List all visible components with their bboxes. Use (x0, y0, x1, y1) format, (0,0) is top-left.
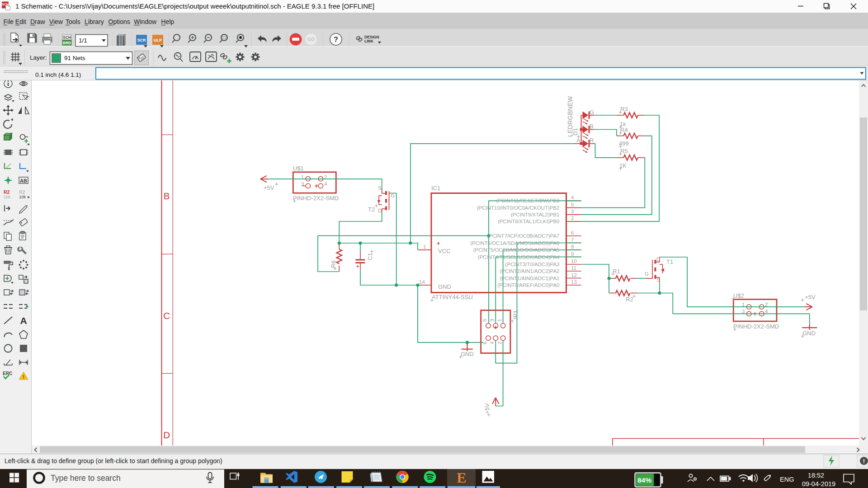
svg-text:(PCINT10/INT0/OC0A/CKOUT)PB2: (PCINT10/INT0/OC0A/CKOUT)PB2 (477, 205, 560, 211)
svg-text:3: 3 (571, 209, 574, 214)
svg-text:R6: R6 (330, 260, 337, 268)
svg-text:SCH: SCH (63, 35, 71, 40)
svg-text:Tools: Tools (66, 18, 80, 25)
svg-text:3: 3 (301, 181, 304, 187)
svg-text:IC1: IC1 (431, 185, 440, 192)
svg-text:+: + (437, 240, 440, 247)
svg-text:(PCINT4/T1/SCL/USCK/ADC4)PA4: (PCINT4/T1/SCL/USCK/ADC4)PA4 (478, 254, 560, 260)
svg-text:1: 1 (497, 319, 502, 322)
svg-text:4: 4 (571, 195, 574, 200)
svg-text:G: G (590, 109, 594, 116)
svg-text:ATTINY44-SSU: ATTINY44-SSU (432, 294, 473, 300)
svg-text:R3: R3 (620, 106, 628, 113)
svg-text:6: 6 (482, 342, 487, 344)
svg-text:R: R (590, 137, 594, 144)
svg-text:3: 3 (742, 309, 745, 314)
svg-text:D: D (163, 430, 170, 440)
svg-text:(PCINT3/T0/ADC3)PA3: (PCINT3/T0/ADC3)PA3 (505, 262, 560, 267)
svg-text:S: S (378, 185, 382, 191)
svg-text:(PCINT8/XTAL1/CLKI)PB0: (PCINT8/XTAL1/CLKI)PB0 (498, 219, 560, 224)
svg-text:+5V: +5V (484, 403, 491, 414)
svg-text:G: G (645, 271, 649, 277)
svg-text:13: 13 (571, 279, 577, 285)
svg-text:4: 4 (765, 309, 768, 314)
svg-text:11: 11 (571, 265, 576, 271)
svg-text:14: 14 (419, 279, 425, 285)
svg-text:+5V: +5V (805, 294, 816, 300)
svg-text:1/1: 1/1 (79, 37, 87, 44)
svg-text:ULP: ULP (154, 38, 162, 42)
svg-text:ENG: ENG (780, 476, 794, 483)
svg-text:R5: R5 (620, 148, 628, 155)
svg-text:18:52: 18:52 (808, 472, 824, 479)
svg-text:1 Schematic - C:\Users\Vijay\D: 1 Schematic - C:\Users\Vijay\Documents\E… (15, 2, 374, 10)
svg-text:(PCINT7/ICP/OC0B/ADC7)PA7: (PCINT7/ICP/OC0B/ADC7)PA7 (487, 233, 559, 239)
svg-text:Window: Window (134, 18, 157, 25)
svg-text:R1: R1 (613, 268, 620, 275)
svg-text:GO: GO (307, 37, 315, 42)
svg-text:Options: Options (108, 18, 130, 25)
svg-text:5: 5 (571, 202, 574, 207)
svg-text:C1: C1 (367, 253, 373, 260)
svg-text:D1: D1 (572, 128, 579, 136)
svg-text:1: 1 (742, 302, 745, 307)
svg-text:91 Nets: 91 Nets (64, 55, 85, 61)
svg-text:2: 2 (765, 302, 768, 307)
svg-text:(PCINT0/AREF/ADC0)PA0: (PCINT0/AREF/ADC0)PA0 (497, 282, 559, 288)
svg-text:3: 3 (489, 319, 495, 322)
svg-text:(PCINT9/XTAL2)PB1: (PCINT9/XTAL2)PB1 (511, 212, 560, 217)
svg-text:R4: R4 (620, 127, 628, 133)
svg-text:12: 12 (571, 272, 577, 278)
svg-text:LINK: LINK (364, 39, 374, 43)
svg-text:T1: T1 (666, 258, 673, 265)
svg-text:7: 7 (571, 237, 574, 243)
svg-text:!: ! (863, 458, 865, 465)
svg-text:JP1: JP1 (512, 310, 519, 320)
svg-text:B: B (590, 123, 594, 130)
svg-text:4: 4 (324, 181, 327, 187)
svg-text:A: A (20, 315, 27, 326)
svg-text:BRD: BRD (63, 41, 71, 45)
svg-text:1: 1 (301, 174, 304, 180)
svg-text:(PCINT2/AIN1/ADC2)PA2: (PCINT2/AIN1/ADC2)PA2 (500, 268, 559, 274)
svg-text:2: 2 (571, 216, 574, 221)
svg-text:+: + (356, 263, 359, 269)
svg-text:0.1 inch (4.6 1.1): 0.1 inch (4.6 1.1) (35, 71, 81, 78)
svg-text:U$1: U$1 (293, 165, 304, 172)
svg-text:(PCINT11/RESET/DW)PB3: (PCINT11/RESET/DW)PB3 (496, 198, 560, 203)
svg-text:2: 2 (324, 174, 327, 180)
svg-text:84%: 84% (637, 476, 651, 484)
svg-text:SCR: SCR (137, 38, 146, 42)
svg-text:6: 6 (571, 230, 574, 235)
svg-text:9: 9 (571, 251, 574, 257)
svg-text:T2: T2 (368, 206, 375, 213)
svg-text:Layer:: Layer: (30, 54, 47, 61)
svg-text:U$2: U$2 (733, 292, 744, 299)
svg-text:G: G (391, 193, 395, 198)
svg-text:View: View (49, 18, 63, 25)
svg-text:(PCINT5/OC1B/MISO/DO/ADC5)PA5: (PCINT5/OC1B/MISO/DO/ADC5)PA5 (473, 247, 560, 253)
svg-text:ERC: ERC (3, 371, 12, 376)
svg-text:Left-click & drag to define gr: Left-click & drag to define group (or le… (5, 457, 222, 465)
svg-text:10: 10 (571, 258, 577, 264)
svg-text:Edit: Edit (15, 18, 26, 25)
svg-text:1: 1 (423, 244, 426, 249)
svg-text:+5V: +5V (264, 184, 274, 191)
svg-text:S: S (656, 277, 660, 282)
svg-text:PINHD-2X2-SMD: PINHD-2X2-SMD (293, 195, 339, 202)
svg-text:!: ! (23, 374, 24, 380)
svg-text:?: ? (334, 36, 338, 43)
svg-text:AB: AB (20, 178, 27, 183)
svg-text:4: 4 (489, 341, 495, 344)
svg-text:PINHD-2X2-SMD: PINHD-2X2-SMD (733, 323, 779, 330)
svg-text:D: D (656, 257, 660, 262)
svg-text:Type here to search: Type here to search (51, 474, 121, 483)
svg-text:C: C (163, 310, 170, 321)
svg-text:File: File (4, 18, 14, 25)
svg-text:GND: GND (461, 351, 474, 357)
svg-text:E: E (457, 469, 466, 486)
svg-text:5: 5 (482, 319, 487, 322)
svg-text:VCC: VCC (438, 248, 450, 254)
svg-text:Help: Help (161, 18, 174, 25)
svg-text:8: 8 (571, 244, 574, 249)
